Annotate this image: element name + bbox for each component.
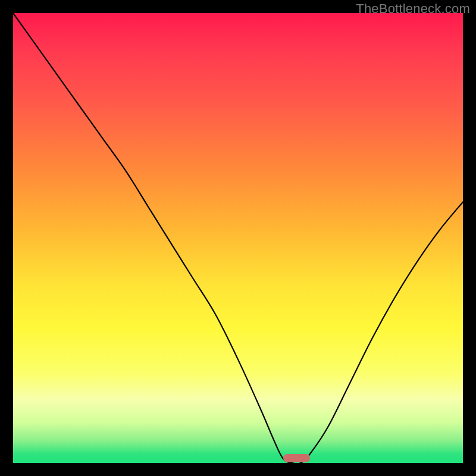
bottleneck-curve (13, 13, 463, 463)
optimal-marker (283, 454, 310, 462)
plot-area (13, 13, 463, 463)
chart-frame: TheBottleneck.com (0, 0, 476, 476)
